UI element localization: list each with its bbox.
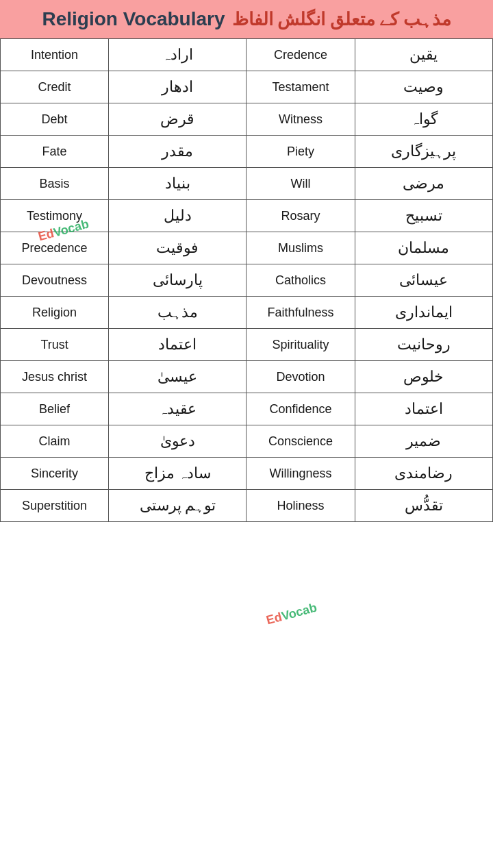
header-english-title: Religion Vocabulary: [42, 8, 225, 30]
table-row: Jesus christعیسیٰDevotionخلوص: [1, 361, 493, 393]
table-row: Sincerityسادہ مزاجWillingnessرضامندی: [1, 458, 493, 490]
vocab-table: IntentionارادہCredenceیقینCreditادھارTes…: [0, 38, 493, 522]
english-word-2: Conscience: [246, 425, 355, 458]
english-word-2: Credence: [246, 39, 355, 71]
english-word-2: Testament: [246, 71, 355, 103]
english-word-2: Faithfulness: [246, 297, 355, 329]
urdu-word-2: پرہیزگاری: [355, 136, 492, 168]
urdu-word-2: وصیت: [355, 71, 492, 103]
table-row: Superstitionتوہم پرستیHolinessتقدُّس: [1, 490, 493, 522]
urdu-word-1: فوقیت: [109, 232, 246, 264]
english-word-1: Superstition: [1, 490, 109, 522]
table-row: DebtقرضWitnessگواہ: [1, 103, 493, 136]
english-word-2: Holiness: [246, 490, 355, 522]
english-word-2: Witness: [246, 103, 355, 136]
urdu-word-1: مقدر: [109, 136, 246, 168]
urdu-word-1: دعویٰ: [109, 425, 246, 458]
english-word-2: Piety: [246, 136, 355, 168]
urdu-word-2: تسبیح: [355, 200, 492, 232]
table-row: DevoutnessپارسائیCatholicsعیسائی: [1, 264, 493, 297]
english-word-1: Precedence: [1, 232, 109, 264]
urdu-word-1: اعتماد: [109, 329, 246, 361]
english-word-2: Muslims: [246, 232, 355, 264]
table-row: TrustاعتمادSpiritualityروحانیت: [1, 329, 493, 361]
english-word-1: Credit: [1, 71, 109, 103]
english-word-1: Devoutness: [1, 264, 109, 297]
english-word-2: Rosary: [246, 200, 355, 232]
urdu-word-2: یقین: [355, 39, 492, 71]
urdu-word-1: توہم پرستی: [109, 490, 246, 522]
urdu-word-2: خلوص: [355, 361, 492, 393]
urdu-word-1: عیسیٰ: [109, 361, 246, 393]
english-word-1: Debt: [1, 103, 109, 136]
table-row: BasisبنیادWillمرضی: [1, 168, 493, 200]
english-word-1: Basis: [1, 168, 109, 200]
table-row: TestimonyدلیلRosaryتسبیح: [1, 200, 493, 232]
urdu-word-1: سادہ مزاج: [109, 458, 246, 490]
english-word-2: Confidence: [246, 393, 355, 425]
urdu-word-1: دلیل: [109, 200, 246, 232]
english-word-1: Intention: [1, 39, 109, 71]
table-row: ClaimدعویٰConscienceضمیر: [1, 425, 493, 458]
header: Religion Vocabulary مذہب کے متعلق انگلش …: [0, 0, 493, 38]
table-row: IntentionارادہCredenceیقین: [1, 39, 493, 71]
urdu-word-2: گواہ: [355, 103, 492, 136]
english-word-2: Willingness: [246, 458, 355, 490]
english-word-2: Will: [246, 168, 355, 200]
table-row: BeliefعقیدہConfidenceاعتماد: [1, 393, 493, 425]
table-wrapper: IntentionارادہCredenceیقینCreditادھارTes…: [0, 38, 493, 522]
urdu-word-2: مسلمان: [355, 232, 492, 264]
urdu-word-2: اعتماد: [355, 393, 492, 425]
urdu-word-2: رضامندی: [355, 458, 492, 490]
urdu-word-2: روحانیت: [355, 329, 492, 361]
urdu-word-1: قرض: [109, 103, 246, 136]
urdu-word-2: ضمیر: [355, 425, 492, 458]
english-word-2: Spirituality: [246, 329, 355, 361]
table-row: PrecedenceفوقیتMuslimsمسلمان: [1, 232, 493, 264]
english-word-1: Jesus christ: [1, 361, 109, 393]
urdu-word-1: پارسائی: [109, 264, 246, 297]
urdu-word-1: ادھار: [109, 71, 246, 103]
urdu-word-1: مذہب: [109, 297, 246, 329]
table-row: ReligionمذہبFaithfulnessایمانداری: [1, 297, 493, 329]
urdu-word-2: تقدُّس: [355, 490, 492, 522]
english-word-1: Fate: [1, 136, 109, 168]
english-word-1: Religion: [1, 297, 109, 329]
urdu-word-1: عقیدہ: [109, 393, 246, 425]
english-word-1: Belief: [1, 393, 109, 425]
urdu-word-2: عیسائی: [355, 264, 492, 297]
english-word-1: Claim: [1, 425, 109, 458]
urdu-word-1: بنیاد: [109, 168, 246, 200]
english-word-2: Devotion: [246, 361, 355, 393]
english-word-1: Testimony: [1, 200, 109, 232]
table-row: FateمقدرPietyپرہیزگاری: [1, 136, 493, 168]
watermark-wm2: EdVocab: [265, 601, 319, 628]
urdu-word-2: ایمانداری: [355, 297, 492, 329]
english-word-2: Catholics: [246, 264, 355, 297]
english-word-1: Trust: [1, 329, 109, 361]
english-word-1: Sincerity: [1, 458, 109, 490]
urdu-word-1: ارادہ: [109, 39, 246, 71]
urdu-word-2: مرضی: [355, 168, 492, 200]
header-urdu-title: مذہب کے متعلق انگلش الفاظ: [232, 9, 451, 30]
table-row: CreditادھارTestamentوصیت: [1, 71, 493, 103]
